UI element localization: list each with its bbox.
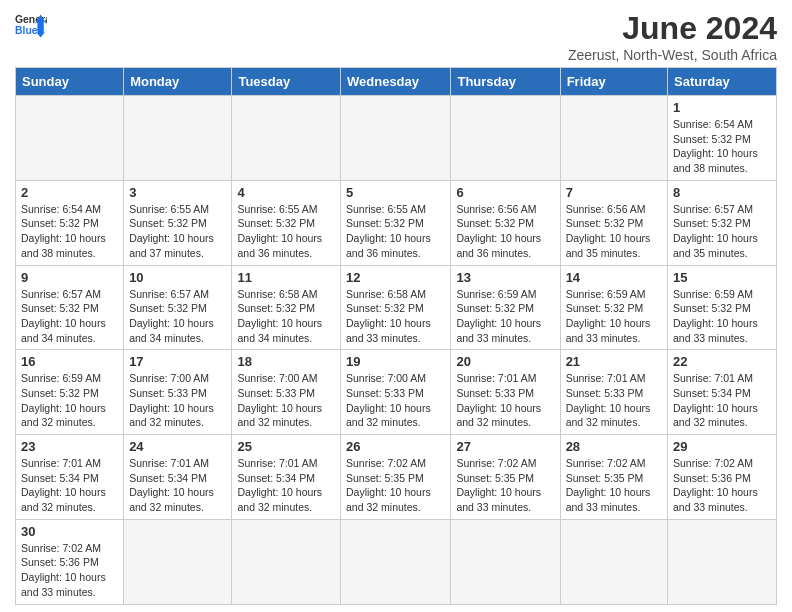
day-cell [668, 519, 777, 604]
day-number: 23 [21, 439, 118, 454]
day-cell: 13Sunrise: 6:59 AM Sunset: 5:32 PM Dayli… [451, 265, 560, 350]
day-cell: 5Sunrise: 6:55 AM Sunset: 5:32 PM Daylig… [341, 180, 451, 265]
day-info: Sunrise: 6:55 AM Sunset: 5:32 PM Dayligh… [346, 202, 445, 261]
day-number: 18 [237, 354, 335, 369]
day-number: 11 [237, 270, 335, 285]
day-info: Sunrise: 6:59 AM Sunset: 5:32 PM Dayligh… [673, 287, 771, 346]
day-number: 5 [346, 185, 445, 200]
day-info: Sunrise: 6:57 AM Sunset: 5:32 PM Dayligh… [673, 202, 771, 261]
week-row-0: 1Sunrise: 6:54 AM Sunset: 5:32 PM Daylig… [16, 96, 777, 181]
weekday-header-tuesday: Tuesday [232, 68, 341, 96]
day-cell [560, 519, 667, 604]
day-info: Sunrise: 7:01 AM Sunset: 5:34 PM Dayligh… [673, 371, 771, 430]
day-number: 29 [673, 439, 771, 454]
day-number: 22 [673, 354, 771, 369]
day-cell: 30Sunrise: 7:02 AM Sunset: 5:36 PM Dayli… [16, 519, 124, 604]
day-info: Sunrise: 7:02 AM Sunset: 5:35 PM Dayligh… [346, 456, 445, 515]
day-number: 24 [129, 439, 226, 454]
day-number: 25 [237, 439, 335, 454]
day-cell: 26Sunrise: 7:02 AM Sunset: 5:35 PM Dayli… [341, 435, 451, 520]
day-info: Sunrise: 6:57 AM Sunset: 5:32 PM Dayligh… [21, 287, 118, 346]
day-cell: 25Sunrise: 7:01 AM Sunset: 5:34 PM Dayli… [232, 435, 341, 520]
day-cell [232, 96, 341, 181]
day-number: 16 [21, 354, 118, 369]
day-cell: 1Sunrise: 6:54 AM Sunset: 5:32 PM Daylig… [668, 96, 777, 181]
day-cell [341, 519, 451, 604]
week-row-3: 16Sunrise: 6:59 AM Sunset: 5:32 PM Dayli… [16, 350, 777, 435]
weekday-header-thursday: Thursday [451, 68, 560, 96]
day-number: 8 [673, 185, 771, 200]
day-info: Sunrise: 7:01 AM Sunset: 5:34 PM Dayligh… [237, 456, 335, 515]
day-number: 10 [129, 270, 226, 285]
day-cell: 22Sunrise: 7:01 AM Sunset: 5:34 PM Dayli… [668, 350, 777, 435]
calendar-subtitle: Zeerust, North-West, South Africa [568, 47, 777, 63]
day-cell: 6Sunrise: 6:56 AM Sunset: 5:32 PM Daylig… [451, 180, 560, 265]
day-number: 20 [456, 354, 554, 369]
day-number: 17 [129, 354, 226, 369]
day-cell [560, 96, 667, 181]
day-cell: 19Sunrise: 7:00 AM Sunset: 5:33 PM Dayli… [341, 350, 451, 435]
day-cell: 27Sunrise: 7:02 AM Sunset: 5:35 PM Dayli… [451, 435, 560, 520]
day-cell: 9Sunrise: 6:57 AM Sunset: 5:32 PM Daylig… [16, 265, 124, 350]
weekday-header-sunday: Sunday [16, 68, 124, 96]
day-cell: 2Sunrise: 6:54 AM Sunset: 5:32 PM Daylig… [16, 180, 124, 265]
day-cell: 23Sunrise: 7:01 AM Sunset: 5:34 PM Dayli… [16, 435, 124, 520]
week-row-5: 30Sunrise: 7:02 AM Sunset: 5:36 PM Dayli… [16, 519, 777, 604]
weekday-header-friday: Friday [560, 68, 667, 96]
day-info: Sunrise: 7:02 AM Sunset: 5:36 PM Dayligh… [21, 541, 118, 600]
day-cell: 10Sunrise: 6:57 AM Sunset: 5:32 PM Dayli… [124, 265, 232, 350]
week-row-4: 23Sunrise: 7:01 AM Sunset: 5:34 PM Dayli… [16, 435, 777, 520]
day-number: 4 [237, 185, 335, 200]
day-info: Sunrise: 6:56 AM Sunset: 5:32 PM Dayligh… [456, 202, 554, 261]
day-info: Sunrise: 7:00 AM Sunset: 5:33 PM Dayligh… [129, 371, 226, 430]
day-cell [124, 519, 232, 604]
calendar-table: SundayMondayTuesdayWednesdayThursdayFrid… [15, 67, 777, 605]
weekday-header-monday: Monday [124, 68, 232, 96]
day-info: Sunrise: 6:58 AM Sunset: 5:32 PM Dayligh… [346, 287, 445, 346]
day-cell: 17Sunrise: 7:00 AM Sunset: 5:33 PM Dayli… [124, 350, 232, 435]
day-cell: 4Sunrise: 6:55 AM Sunset: 5:32 PM Daylig… [232, 180, 341, 265]
day-cell: 8Sunrise: 6:57 AM Sunset: 5:32 PM Daylig… [668, 180, 777, 265]
day-cell: 20Sunrise: 7:01 AM Sunset: 5:33 PM Dayli… [451, 350, 560, 435]
day-cell: 21Sunrise: 7:01 AM Sunset: 5:33 PM Dayli… [560, 350, 667, 435]
logo: General Blue [15, 10, 47, 38]
day-cell: 7Sunrise: 6:56 AM Sunset: 5:32 PM Daylig… [560, 180, 667, 265]
day-number: 14 [566, 270, 662, 285]
day-info: Sunrise: 6:59 AM Sunset: 5:32 PM Dayligh… [21, 371, 118, 430]
weekday-header-wednesday: Wednesday [341, 68, 451, 96]
day-info: Sunrise: 7:01 AM Sunset: 5:34 PM Dayligh… [21, 456, 118, 515]
logo-icon: General Blue [15, 10, 47, 38]
day-number: 21 [566, 354, 662, 369]
day-info: Sunrise: 7:02 AM Sunset: 5:36 PM Dayligh… [673, 456, 771, 515]
day-cell: 16Sunrise: 6:59 AM Sunset: 5:32 PM Dayli… [16, 350, 124, 435]
day-cell: 18Sunrise: 7:00 AM Sunset: 5:33 PM Dayli… [232, 350, 341, 435]
day-cell: 28Sunrise: 7:02 AM Sunset: 5:35 PM Dayli… [560, 435, 667, 520]
svg-text:Blue: Blue [15, 25, 38, 36]
day-number: 9 [21, 270, 118, 285]
header: General Blue June 2024 Zeerust, North-We… [15, 10, 777, 63]
day-info: Sunrise: 6:56 AM Sunset: 5:32 PM Dayligh… [566, 202, 662, 261]
day-info: Sunrise: 7:00 AM Sunset: 5:33 PM Dayligh… [237, 371, 335, 430]
day-number: 6 [456, 185, 554, 200]
day-number: 19 [346, 354, 445, 369]
day-number: 15 [673, 270, 771, 285]
day-info: Sunrise: 6:58 AM Sunset: 5:32 PM Dayligh… [237, 287, 335, 346]
day-info: Sunrise: 7:02 AM Sunset: 5:35 PM Dayligh… [456, 456, 554, 515]
title-area: June 2024 Zeerust, North-West, South Afr… [568, 10, 777, 63]
day-number: 2 [21, 185, 118, 200]
day-cell [451, 96, 560, 181]
day-info: Sunrise: 6:59 AM Sunset: 5:32 PM Dayligh… [566, 287, 662, 346]
weekday-header-row: SundayMondayTuesdayWednesdayThursdayFrid… [16, 68, 777, 96]
day-info: Sunrise: 6:55 AM Sunset: 5:32 PM Dayligh… [237, 202, 335, 261]
day-info: Sunrise: 6:55 AM Sunset: 5:32 PM Dayligh… [129, 202, 226, 261]
day-info: Sunrise: 6:54 AM Sunset: 5:32 PM Dayligh… [673, 117, 771, 176]
week-row-1: 2Sunrise: 6:54 AM Sunset: 5:32 PM Daylig… [16, 180, 777, 265]
day-info: Sunrise: 6:57 AM Sunset: 5:32 PM Dayligh… [129, 287, 226, 346]
day-number: 30 [21, 524, 118, 539]
day-info: Sunrise: 7:01 AM Sunset: 5:33 PM Dayligh… [456, 371, 554, 430]
day-cell [16, 96, 124, 181]
day-number: 26 [346, 439, 445, 454]
day-number: 3 [129, 185, 226, 200]
day-info: Sunrise: 6:54 AM Sunset: 5:32 PM Dayligh… [21, 202, 118, 261]
day-cell [341, 96, 451, 181]
